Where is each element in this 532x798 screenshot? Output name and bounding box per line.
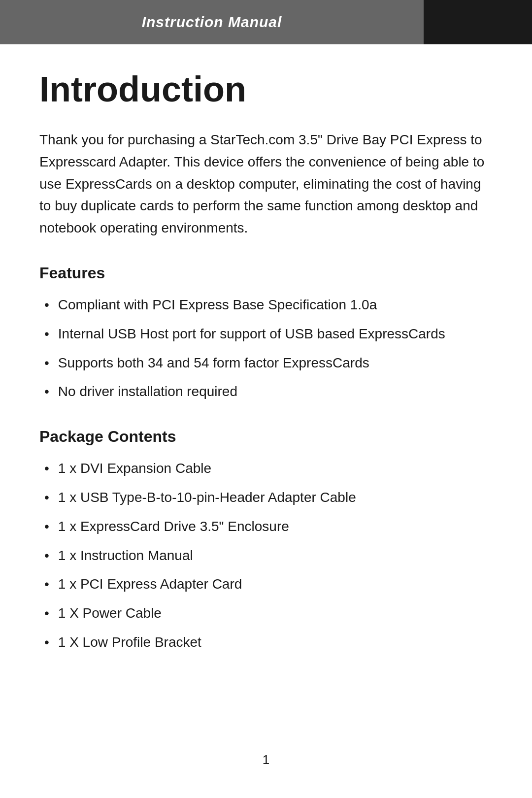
- page-title: Introduction: [39, 69, 493, 109]
- list-item: 1 X Power Cable: [39, 602, 493, 625]
- header-title: Instruction Manual: [142, 14, 282, 31]
- list-item: 1 x ExpressCard Drive 3.5" Enclosure: [39, 516, 493, 538]
- list-item: No driver installation required: [39, 381, 493, 403]
- list-item: 1 X Low Profile Bracket: [39, 632, 493, 654]
- features-list: Compliant with PCI Express Base Specific…: [39, 294, 493, 403]
- page-content: Introduction Thank you for purchasing a …: [0, 44, 532, 798]
- header-left: Instruction Manual: [0, 0, 424, 44]
- intro-paragraph: Thank you for purchasing a StarTech.com …: [39, 129, 493, 239]
- page-number: 1: [39, 752, 493, 767]
- header-right: [424, 0, 532, 44]
- list-item: 1 x Instruction Manual: [39, 545, 493, 567]
- list-item: Internal USB Host port for support of US…: [39, 323, 493, 345]
- package-contents-list: 1 x DVI Expansion Cable 1 x USB Type-B-t…: [39, 458, 493, 654]
- header-bar: Instruction Manual: [0, 0, 532, 44]
- list-item: 1 x DVI Expansion Cable: [39, 458, 493, 480]
- list-item: 1 x USB Type-B-to-10-pin-Header Adapter …: [39, 487, 493, 509]
- features-heading: Features: [39, 264, 493, 282]
- package-contents-heading: Package Contents: [39, 428, 493, 446]
- list-item: Compliant with PCI Express Base Specific…: [39, 294, 493, 316]
- list-item: Supports both 34 and 54 form factor Expr…: [39, 352, 493, 374]
- list-item: 1 x PCI Express Adapter Card: [39, 573, 493, 596]
